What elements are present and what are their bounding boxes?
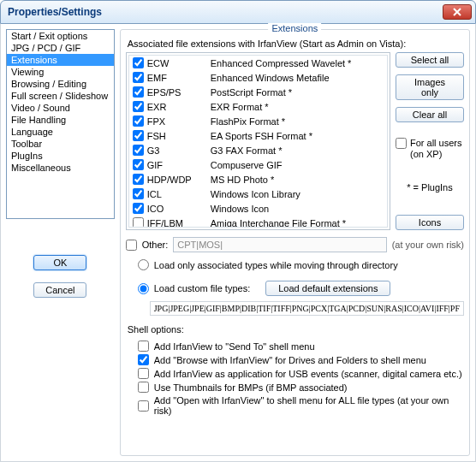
extensions-list[interactable]: ECWEnhanced Compressed Wavelet *EMFEnhan…	[128, 55, 388, 228]
extension-item[interactable]: HDP/WDPMS HD Photo *	[129, 172, 387, 187]
radio-custom-label: Load custom file types:	[154, 283, 251, 293]
for-all-users-check[interactable]: For all users (on XP)	[396, 138, 464, 160]
extension-code: IFF/LBM	[147, 218, 207, 228]
shell-option[interactable]: Add IrfanView to "Send To" shell menu	[138, 341, 464, 352]
radio-custom[interactable]: Load custom file types: Load default ext…	[138, 281, 464, 296]
extension-checkbox[interactable]	[133, 116, 144, 127]
close-button[interactable]	[443, 4, 472, 20]
nav-item[interactable]: Toolbar	[7, 138, 114, 150]
extension-checkbox[interactable]	[133, 203, 144, 214]
extension-desc: Windows Icon Library	[211, 189, 384, 199]
titlebar[interactable]: Properties/Settings	[0, 0, 476, 24]
extension-desc: G3 FAX Format *	[211, 145, 384, 156]
nav-item[interactable]: Browsing / Editing	[7, 78, 114, 90]
extension-checkbox[interactable]	[133, 217, 144, 228]
extensions-group: Extensions Associated file extensions wi…	[120, 29, 470, 456]
shell-label: Shell options:	[128, 324, 464, 335]
shell-option[interactable]: Use Thumbnails for BMPs (if BMP associat…	[138, 382, 464, 393]
nav-item[interactable]: Start / Exit options	[7, 30, 114, 42]
extension-desc: Enhanced Compressed Wavelet *	[211, 58, 384, 68]
extension-item[interactable]: ICOWindows Icon	[129, 201, 387, 216]
shell-option[interactable]: Add "Open with IrfanView" to shell menu …	[138, 395, 464, 416]
extension-checkbox[interactable]	[133, 101, 144, 112]
shell-option-label: Add IrfanView as application for USB eve…	[154, 369, 462, 379]
plugins-note: * = PlugIns	[396, 182, 464, 192]
shell-option[interactable]: Add "Browse with IrfanView" for Drives a…	[138, 354, 464, 365]
for-all-users-checkbox[interactable]	[396, 138, 407, 149]
close-icon	[453, 8, 461, 16]
radio-assoc-only-label: Load only associated types while moving …	[154, 260, 398, 270]
shell-checkbox[interactable]	[138, 368, 149, 379]
cancel-button[interactable]: Cancel	[33, 282, 86, 298]
select-all-button[interactable]: Select all	[396, 52, 464, 68]
main-panel: Extensions Associated file extensions wi…	[120, 29, 470, 456]
nav-item[interactable]: JPG / PCD / GIF	[7, 42, 114, 54]
extension-desc: EXR Format *	[211, 102, 384, 112]
shell-checkbox[interactable]	[138, 354, 149, 365]
assoc-label: Associated file extensions with IrfanVie…	[128, 38, 464, 49]
nav-item[interactable]: Video / Sound	[7, 102, 114, 114]
other-input[interactable]	[173, 237, 386, 252]
extension-code: G3	[147, 145, 207, 156]
nav-item[interactable]: Full screen / Slideshow	[7, 90, 114, 102]
extension-checkbox[interactable]	[133, 145, 144, 156]
images-only-button[interactable]: Images only	[396, 74, 464, 100]
extension-code: HDP/WDP	[147, 175, 207, 185]
extensions-row: ECWEnhanced Compressed Wavelet *EMFEnhan…	[126, 52, 464, 230]
nav-item[interactable]: Miscellaneous	[7, 162, 114, 174]
shell-checkbox[interactable]	[138, 400, 149, 412]
load-default-button[interactable]: Load default extensions	[265, 281, 390, 296]
extension-desc: FlashPix Format *	[211, 116, 384, 127]
ok-button[interactable]: OK	[33, 255, 86, 270]
extension-checkbox[interactable]	[133, 130, 144, 141]
shell-checkbox[interactable]	[138, 341, 149, 352]
group-title: Extensions	[268, 23, 321, 33]
nav-item[interactable]: Viewing	[7, 66, 114, 78]
radio-assoc-only[interactable]: Load only associated types while moving …	[138, 259, 464, 270]
nav-item[interactable]: File Handling	[7, 114, 114, 126]
extension-code: ICO	[147, 204, 207, 214]
extension-desc: Compuserve GIF	[211, 160, 384, 170]
extension-code: ECW	[147, 58, 207, 68]
radio-assoc-only-input[interactable]	[138, 259, 149, 270]
icons-button[interactable]: Icons	[396, 215, 464, 230]
extension-item[interactable]: EPS/PSPostScript Format *	[129, 85, 387, 99]
extension-desc: EA Sports FSH Format *	[211, 131, 384, 141]
custom-types-box[interactable]: JPG|JPEG|JPE|GIF|BMP|DIB|TIF|TIFF|PNG|PC…	[150, 301, 464, 316]
extension-item[interactable]: G3G3 FAX Format *	[129, 143, 387, 157]
other-risk: (at your own risk)	[392, 240, 464, 250]
extension-item[interactable]: EXREXR Format *	[129, 99, 387, 114]
nav-item[interactable]: Language	[7, 126, 114, 138]
extension-item[interactable]: ECWEnhanced Compressed Wavelet *	[129, 56, 387, 70]
radio-custom-input[interactable]	[138, 283, 149, 294]
shell-option-label: Add "Open with IrfanView" to shell menu …	[154, 395, 464, 416]
extension-checkbox[interactable]	[133, 57, 144, 68]
extension-item[interactable]: FPXFlashPix Format *	[129, 114, 387, 128]
dialog-body: Start / Exit optionsJPG / PCD / GIFExten…	[0, 24, 476, 462]
shell-checkbox[interactable]	[138, 382, 149, 393]
sidebar-buttons: OK Cancel	[6, 255, 115, 298]
shell-option-label: Use Thumbnails for BMPs (if BMP associat…	[154, 382, 348, 393]
sidebar: Start / Exit optionsJPG / PCD / GIFExten…	[6, 29, 115, 456]
extension-checkbox[interactable]	[133, 159, 144, 170]
extension-checkbox[interactable]	[133, 86, 144, 98]
window-title: Properties/Settings	[8, 6, 443, 18]
extension-desc: MS HD Photo *	[211, 175, 384, 185]
extension-checkbox[interactable]	[133, 72, 144, 83]
shell-option[interactable]: Add IrfanView as application for USB eve…	[138, 368, 464, 379]
shell-option-label: Add IrfanView to "Send To" shell menu	[154, 341, 315, 352]
other-checkbox[interactable]	[126, 240, 137, 251]
nav-item[interactable]: Extensions	[7, 54, 114, 66]
extension-checkbox[interactable]	[133, 188, 144, 199]
extension-item[interactable]: FSHEA Sports FSH Format *	[129, 128, 387, 143]
shell-options: Add IrfanView to "Send To" shell menuAdd…	[126, 338, 464, 418]
extension-item[interactable]: GIFCompuserve GIF	[129, 157, 387, 172]
clear-all-button[interactable]: Clear all	[396, 107, 464, 122]
nav-item[interactable]: PlugIns	[7, 150, 114, 162]
extension-item[interactable]: IFF/LBMAmiga Interchange File Format *	[129, 216, 387, 228]
nav-list[interactable]: Start / Exit optionsJPG / PCD / GIFExten…	[6, 29, 115, 219]
for-all-users-label: For all users (on XP)	[410, 138, 464, 160]
extension-item[interactable]: EMFEnhanced Windows Metafile	[129, 70, 387, 85]
extension-item[interactable]: ICLWindows Icon Library	[129, 187, 387, 201]
extension-checkbox[interactable]	[133, 174, 144, 185]
